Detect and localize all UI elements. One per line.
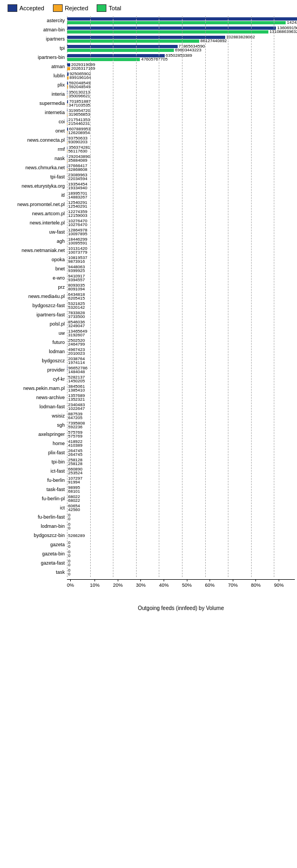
x-tick-label: 70%	[228, 582, 238, 588]
bar-area: 5266289	[67, 532, 295, 539]
bar-area: 1286497810097895	[67, 228, 295, 236]
table-row: ipartners10288382806286127440892	[2, 35, 295, 43]
zero-value: 0	[68, 553, 70, 558]
bar-area: 1935445419334940	[67, 182, 295, 190]
row-label: tpi-fast	[2, 174, 67, 180]
rejected-value: 3733500	[68, 314, 85, 319]
table-row: news.connecta.pl9375063393090203	[2, 136, 295, 144]
bars-wrapper: 49674232010023	[67, 348, 295, 355]
x-tick: 20%	[113, 579, 123, 588]
accepted-bar-line: 5282137	[67, 376, 295, 379]
row-label: lodman	[2, 349, 67, 354]
bars-wrapper: 607889953126208954	[67, 128, 295, 135]
bars-wrapper: 23404831022647	[67, 403, 295, 410]
bars-wrapper: 64348186205415	[67, 293, 295, 300]
row-label: coi	[2, 119, 67, 124]
bar-area: 80930358091094	[67, 283, 295, 291]
bar-area: 78338283733500	[67, 311, 295, 319]
accepted-bar-line: 5266289	[67, 534, 295, 537]
rejected-bar-line: 350096621	[67, 95, 295, 98]
accepted-bar-line: 23089963	[67, 174, 295, 177]
rejected-bar-line: 3249047	[67, 324, 295, 328]
bars-wrapper: 94480639399925	[67, 266, 295, 273]
chart-container: Accepted Rejected Total astercity1496881…	[0, 0, 297, 633]
rejected-bar-line: 35884089	[67, 159, 295, 162]
rejected-bar-line: 10095591	[67, 242, 295, 245]
accepted-bar-line: 6434818	[67, 293, 295, 296]
accepted-bar-line: 1357689	[67, 394, 295, 397]
rejected-value: 35884089	[68, 158, 87, 163]
accepted-bar	[67, 17, 297, 21]
row-label: tpi	[2, 45, 67, 51]
zero-bar-line: 0	[67, 545, 295, 548]
rejected-bar-line: 9394557	[67, 279, 295, 282]
accepted-bar-line: 96652786	[67, 367, 295, 370]
legend: Accepted Rejected Total	[2, 4, 295, 12]
rejected-bar-line: 93090203	[67, 141, 295, 144]
accepted-bar-line: 2502520	[67, 339, 295, 342]
bar-area: 592048549592048549	[67, 81, 295, 89]
x-tick-label: 50%	[182, 582, 192, 588]
zero-value: 0	[68, 562, 70, 567]
bar-area: 2308996322034594	[67, 173, 295, 181]
rejected-value: 12159003	[68, 213, 87, 218]
accepted-bar	[67, 91, 68, 94]
bars-wrapper: 20387641974114	[67, 357, 295, 365]
rejected-bar	[67, 104, 68, 107]
row-label: fu-berlin	[2, 478, 67, 483]
bar-area: 64348186205415	[67, 293, 295, 300]
rejected-bar-line: 3733500	[67, 315, 295, 319]
accepted-bar-line: 925065902	[67, 72, 295, 76]
total-bar	[67, 21, 286, 24]
bar-area: 966527861484048	[67, 366, 295, 374]
bar-area: 3766641732868608	[67, 164, 295, 171]
table-row: news.media4u.pl64348186205415	[2, 292, 295, 301]
zero-bar-line: 0	[67, 518, 295, 521]
accepted-bar-line: 0	[67, 523, 295, 526]
total-bar	[67, 39, 199, 43]
bars-wrapper: 887539647205	[67, 413, 295, 420]
bar-area: 25025202464799	[67, 339, 295, 346]
legend-accepted-label: Accepted	[19, 5, 44, 11]
rejected-value: 2026317169	[71, 66, 96, 71]
row-label: fu-berlin-pl	[2, 496, 67, 501]
rejected-bar-line: 126208954	[67, 131, 295, 135]
table-row: agh1844629910095591	[2, 237, 295, 246]
chart-rows: astercity149688147564142420327478atman-b…	[2, 16, 295, 577]
row-label: agh	[2, 238, 67, 244]
table-row: gazeta-fast00	[2, 559, 295, 567]
table-row: fu-berlin10729791994	[2, 476, 295, 485]
bar-area: 319954720319656853	[67, 109, 295, 116]
bars-wrapper: 00	[67, 560, 295, 567]
row-label: opoka	[2, 257, 67, 262]
zero-bar-line: 0	[67, 564, 295, 567]
rejected-value: 3249047	[68, 323, 85, 328]
rejected-bar-line: 253524	[67, 472, 295, 475]
table-row: uw134656493192607	[2, 329, 295, 337]
zero-bar-line: 0	[67, 573, 295, 576]
x-tick-line	[94, 579, 95, 581]
bars-wrapper: 00	[67, 569, 295, 576]
table-row: ict-fast660890253524	[2, 467, 295, 475]
row-label: news.netmaniak.net	[2, 248, 67, 253]
bars-wrapper: 1899570114883267	[67, 192, 295, 199]
accepted-bar-line: 18995701	[67, 192, 295, 195]
bar-area: 9899568101	[67, 486, 295, 493]
accepted-bar-line: 13465649	[67, 330, 295, 333]
rejected-value: 10097895	[68, 231, 87, 236]
accepted-bar-line: 660890	[67, 468, 295, 471]
rejected-bar	[67, 67, 70, 70]
accepted-bar-line: 19354454	[67, 183, 295, 186]
row-label: supermedia	[2, 101, 67, 106]
bars-wrapper: 319954720319656853	[67, 109, 295, 116]
bar-area: 1844629910095591	[67, 237, 295, 245]
row-label: news.media4u.pl	[2, 294, 67, 299]
bars-wrapper: 108195379873916	[67, 256, 295, 263]
accepted-bar-line: 63502853389	[67, 54, 295, 57]
zero-value: 0	[68, 516, 70, 521]
bar-area: 418922410389	[67, 440, 295, 447]
rejected-bar-line: 8091094	[67, 288, 295, 291]
table-row: news.artcom.pl1227435912159003	[2, 209, 295, 218]
bar-area: 7395808592236	[67, 421, 295, 429]
bars-wrapper: 149688147564142420327478	[67, 17, 297, 24]
